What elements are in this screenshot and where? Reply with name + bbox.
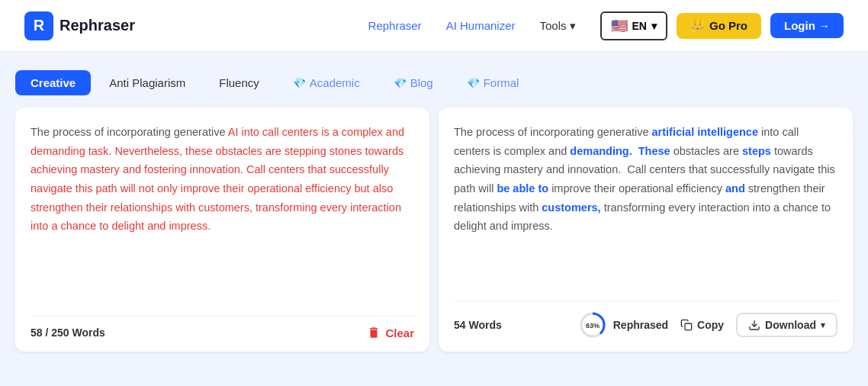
clear-button[interactable]: Clear bbox=[367, 326, 414, 339]
nav-humanizer[interactable]: AI Humanizer bbox=[446, 19, 516, 32]
copy-icon bbox=[680, 319, 693, 331]
tab-academic[interactable]: 💎 Academic bbox=[278, 70, 375, 95]
input-word-count: 58 / 250 Words bbox=[31, 326, 105, 339]
right-footer: 63% Rephrased Copy bbox=[578, 310, 837, 339]
download-label: Download bbox=[765, 319, 816, 331]
tab-blog-label: Blog bbox=[410, 76, 433, 89]
tab-formal-label: Formal bbox=[484, 76, 519, 89]
output-panel-footer: 54 Words 63% Rephrased bbox=[454, 301, 837, 339]
language-selector[interactable]: 🇺🇸 EN ▾ bbox=[600, 11, 667, 40]
clear-label: Clear bbox=[385, 326, 414, 339]
diamond-icon-academic: 💎 bbox=[293, 77, 306, 89]
diamond-icon-formal: 💎 bbox=[467, 77, 480, 89]
output-panel: The process of incorporating generative … bbox=[439, 108, 853, 352]
tab-creative[interactable]: Creative bbox=[15, 70, 91, 95]
svg-rect-3 bbox=[685, 323, 692, 330]
tab-antiplagiarism-label: Anti Plagiarism bbox=[109, 76, 185, 89]
flag-icon: 🇺🇸 bbox=[611, 18, 628, 34]
header: R Rephraser Rephraser AI Humanizer Tools… bbox=[0, 0, 868, 52]
gopro-label: Go Pro bbox=[709, 19, 747, 32]
tab-creative-label: Creative bbox=[31, 76, 76, 89]
login-button[interactable]: Login → bbox=[770, 13, 844, 38]
login-label: Login → bbox=[784, 19, 830, 32]
logo-icon: R bbox=[24, 11, 53, 40]
gopro-button[interactable]: 👑 Go Pro bbox=[677, 13, 761, 39]
gopro-icon: 👑 bbox=[690, 19, 705, 33]
nav-tools-label: Tools bbox=[540, 19, 567, 32]
logo-text: Rephraser bbox=[59, 17, 135, 34]
progress-circle: 63% bbox=[578, 310, 607, 339]
rephrased-badge: 63% Rephrased bbox=[578, 310, 668, 339]
main-content: Creative Anti Plagiarism Fluency 💎 Acade… bbox=[0, 52, 868, 352]
copy-label: Copy bbox=[697, 319, 724, 331]
nav-tools[interactable]: Tools ▾ bbox=[540, 19, 576, 33]
tools-chevron-icon: ▾ bbox=[570, 19, 576, 33]
output-text: The process of incorporating generative … bbox=[454, 123, 837, 288]
download-icon bbox=[748, 319, 760, 331]
diamond-icon-blog: 💎 bbox=[394, 77, 407, 89]
input-text[interactable]: The process of incorporating generative … bbox=[31, 123, 414, 304]
input-panel-footer: 58 / 250 Words Clear bbox=[31, 316, 414, 339]
logo-area: R Rephraser bbox=[24, 11, 135, 40]
copy-button[interactable]: Copy bbox=[680, 319, 724, 331]
tab-academic-label: Academic bbox=[310, 76, 360, 89]
tabs-bar: Creative Anti Plagiarism Fluency 💎 Acade… bbox=[15, 70, 853, 95]
lang-label: EN bbox=[632, 20, 647, 32]
header-actions: 🇺🇸 EN ▾ 👑 Go Pro Login → bbox=[600, 11, 844, 40]
tab-antiplagiarism[interactable]: Anti Plagiarism bbox=[94, 70, 201, 95]
clear-icon bbox=[367, 326, 381, 339]
tab-blog[interactable]: 💎 Blog bbox=[378, 70, 448, 95]
main-nav: Rephraser AI Humanizer Tools ▾ bbox=[368, 19, 576, 33]
tab-fluency[interactable]: Fluency bbox=[204, 70, 275, 95]
rephrased-label: Rephrased bbox=[613, 319, 668, 331]
tab-formal[interactable]: 💎 Formal bbox=[452, 70, 535, 95]
tab-fluency-label: Fluency bbox=[219, 76, 259, 89]
download-chevron-icon: ▾ bbox=[821, 320, 825, 330]
input-panel: The process of incorporating generative … bbox=[15, 108, 429, 352]
output-word-count: 54 Words bbox=[454, 319, 502, 331]
svg-text:63%: 63% bbox=[586, 322, 600, 330]
nav-rephraser[interactable]: Rephraser bbox=[368, 19, 422, 32]
download-button[interactable]: Download ▾ bbox=[736, 313, 837, 337]
panels: The process of incorporating generative … bbox=[15, 108, 853, 352]
lang-chevron-icon: ▾ bbox=[651, 20, 657, 32]
